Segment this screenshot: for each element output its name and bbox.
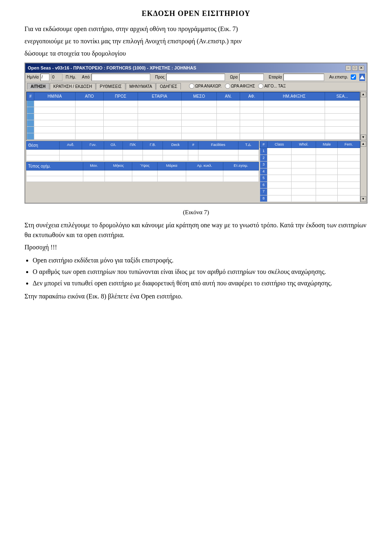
- app-title: Open Seas - v03r16 - ΠΡΑΚΤΟΡΕΙΟ : FORTHC…: [28, 65, 196, 72]
- bullet-item-3: Δεν μπορεί να τυπωθεί open εισιτήριο με …: [33, 278, 368, 288]
- pim-label: Π.Ημ.: [66, 74, 76, 80]
- vehicle-section: Τύπος οχήμ. Μον. Μήκος Ύψος Μάρκα Αρ. κυ…: [26, 162, 259, 182]
- th-male: Male: [316, 141, 338, 148]
- main-table-scrollbar[interactable]: ▲ ▼: [360, 92, 366, 140]
- radio-algo-label: ΑΙΓΟ... ΤΑΞ: [264, 83, 285, 89]
- radio-algo[interactable]: ΑΙΓΟ... ΤΑΞ: [258, 83, 285, 89]
- radio-section: ΩΡΑ ΑΝΑΧΩΡ. ΩΡΑ ΑΦΙΞΗΣ ΑΙΓΟ... ΤΑΞ: [189, 83, 286, 89]
- th-thesi: Θέση: [27, 141, 60, 149]
- th-et-enoik: Ετ.εγοιμ.: [223, 162, 258, 170]
- class-row[interactable]: 2: [260, 155, 360, 161]
- table-row[interactable]: [27, 133, 360, 139]
- th-from: ΑΠΟ: [75, 92, 103, 100]
- intro-text-2: ενεργοποιούμε με το ποντίκι μας την επιλ…: [24, 36, 368, 46]
- th-ol: Ολ.: [104, 141, 122, 149]
- th-facilities: Facilities: [198, 141, 238, 149]
- th-meso: ΜΕΣΟ: [181, 92, 216, 100]
- th-an: ΑΝ.: [217, 92, 240, 100]
- class-row[interactable]: 6: [260, 182, 360, 188]
- th-and: Ανδ.: [59, 141, 82, 149]
- class-scrollbar[interactable]: ▲ ▼: [360, 141, 366, 202]
- time-label: Ωρα: [230, 74, 238, 80]
- from-label: Από: [82, 74, 90, 80]
- tab-rythmiseis[interactable]: ΡΥΘΜΙΣΕΙΣ: [96, 83, 125, 90]
- main-table-area: # ΗΜ/ΝΙΑ ΑΠΟ ΠΡΟΣ ΕΤΑΙΡΙΑ ΜΕΣΟ ΑΝ. ΑΦ. Η…: [25, 91, 367, 141]
- nav-tabs: ΑΙΤΗΣΗ ΚΡΑΤΗΣΗ / ΕΚΔΟΣΗ ΡΥΘΜΙΣΕΙΣ ΜΗΝΥΜΑ…: [27, 83, 181, 90]
- attention-label: Προσοχή !!!: [24, 242, 368, 252]
- th-typos: Τύπος οχήμ.: [27, 162, 83, 170]
- table-row[interactable]: [27, 126, 360, 133]
- th-class-hash: #: [260, 141, 267, 148]
- class-section: # Class Whol. Male Fem. 1 2 3 4 5 6: [260, 141, 366, 202]
- company-label: Εταιρία: [269, 74, 282, 80]
- class-scroll-down[interactable]: ▼: [361, 196, 366, 202]
- close-button[interactable]: ✕: [359, 65, 364, 71]
- seat-row[interactable]: [27, 149, 259, 155]
- date-label: Ημ/νία: [27, 74, 39, 80]
- radio-afixis-label: ΩΡΑ ΑΦΙΞΗΣ: [231, 83, 255, 89]
- th-hash: #: [27, 92, 34, 100]
- th-deck: Deck: [163, 141, 188, 149]
- tab-kratisi[interactable]: ΚΡΑΤΗΣΗ / ΕΚΔΟΣΗ: [50, 83, 96, 90]
- class-table: # Class Whol. Male Fem. 1 2 3 4 5 6: [260, 141, 360, 202]
- class-row[interactable]: 1: [260, 148, 360, 155]
- bullet-item-2: Ο αριθμός των open εισιτηρίων που τυπώνο…: [33, 267, 368, 277]
- date-input[interactable]: [40, 74, 49, 81]
- intro-text-3: δώσουμε τα στοιχεία του δρομολογίου: [24, 49, 368, 58]
- th-hash2: #: [188, 141, 198, 149]
- seat-section: Θέση Ανδ. Γυν. Ολ. Π/Κ Γ.Β. Deck # Facil…: [26, 141, 259, 161]
- th-gyn: Γυν.: [82, 141, 104, 149]
- tab-minymata[interactable]: ΜΗΝΥΜΑΤΑ: [126, 83, 156, 90]
- class-row[interactable]: 4: [260, 168, 360, 175]
- th-to: ΠΡΟΣ: [103, 92, 138, 100]
- scroll-up-btn[interactable]: ▲: [361, 92, 366, 97]
- th-td: Τ.Δ.: [238, 141, 258, 149]
- th-af: ΑΦ.: [240, 92, 264, 100]
- company-input[interactable]: [283, 74, 324, 81]
- vehicle-table: Τύπος οχήμ. Μον. Μήκος Ύψος Μάρκα Αρ. κυ…: [26, 162, 259, 182]
- anep-checkbox[interactable]: [351, 74, 356, 80]
- vehicle-row[interactable]: [27, 170, 259, 176]
- th-whol: Whol.: [292, 141, 316, 148]
- table-row[interactable]: [27, 107, 360, 113]
- scroll-up-icon[interactable]: [359, 74, 365, 81]
- th-pk: Π/Κ: [123, 141, 143, 149]
- class-row[interactable]: 7: [260, 188, 360, 195]
- caption: (Εικόνα 7): [24, 208, 368, 217]
- intro-text-1: Για να εκδώσουμε open εισιτήριο, στην αρ…: [24, 24, 368, 34]
- main-results-table: # ΗΜ/ΝΙΑ ΑΠΟ ΠΡΟΣ ΕΤΑΙΡΙΑ ΜΕΣΟ ΑΝ. ΑΦ. Η…: [27, 92, 360, 140]
- seat-row[interactable]: [27, 155, 259, 161]
- time-input[interactable]: [239, 74, 264, 81]
- bottom-section: Θέση Ανδ. Γυν. Ολ. Π/Κ Γ.Β. Deck # Facil…: [25, 141, 367, 203]
- from-input[interactable]: [91, 74, 150, 81]
- class-scroll-up[interactable]: ▲: [361, 141, 366, 147]
- th-ypsos: Ύψος: [132, 162, 158, 170]
- class-row[interactable]: 3: [260, 161, 360, 168]
- th-date: ΗΜ/ΝΙΑ: [34, 92, 76, 100]
- scroll-down-btn[interactable]: ▼: [361, 135, 366, 140]
- th-class: Class: [267, 141, 292, 148]
- class-row[interactable]: 5: [260, 175, 360, 182]
- class-row[interactable]: 8: [260, 195, 360, 202]
- table-row[interactable]: [27, 113, 360, 120]
- radio-anaxwr[interactable]: ΩΡΑ ΑΝΑΧΩΡ.: [189, 83, 222, 89]
- body-text-1: Στη συνέχεια επιλέγουμε το δρομολόγιο κα…: [24, 220, 368, 240]
- bullet-item-1: Open εισιτήριο εκδίδεται μόνο για ταξίδι…: [33, 256, 368, 265]
- to-input[interactable]: [166, 74, 225, 81]
- vehicle-row[interactable]: [27, 176, 259, 182]
- tab-aitisi[interactable]: ΑΙΤΗΣΗ: [27, 83, 49, 90]
- table-row[interactable]: [27, 120, 360, 126]
- th-ar-kykl: Αρ. κυκλ.: [186, 162, 223, 170]
- th-hmaf: ΗΜ.ΑΦΙΞΗΣ: [264, 92, 325, 100]
- table-row[interactable]: [27, 100, 360, 107]
- maximize-button[interactable]: □: [352, 65, 358, 71]
- pim-label-input: [51, 74, 62, 81]
- th-company: ΕΤΑΙΡΙΑ: [138, 92, 181, 100]
- form-row-1: Ημ/νία Π.Ημ. Από Προς Ωρα Εταιρία Αν.επι…: [25, 73, 367, 82]
- tab-odigies[interactable]: ΟΔΗΓΙΕΣ: [156, 83, 181, 90]
- th-fem: Fem.: [338, 141, 360, 148]
- minimize-button[interactable]: −: [345, 65, 351, 71]
- th-gb: Γ.Β.: [143, 141, 163, 149]
- radio-afixis[interactable]: ΩΡΑ ΑΦΙΞΗΣ: [225, 83, 255, 89]
- anep-label: Αν.επιστρ.: [329, 74, 348, 80]
